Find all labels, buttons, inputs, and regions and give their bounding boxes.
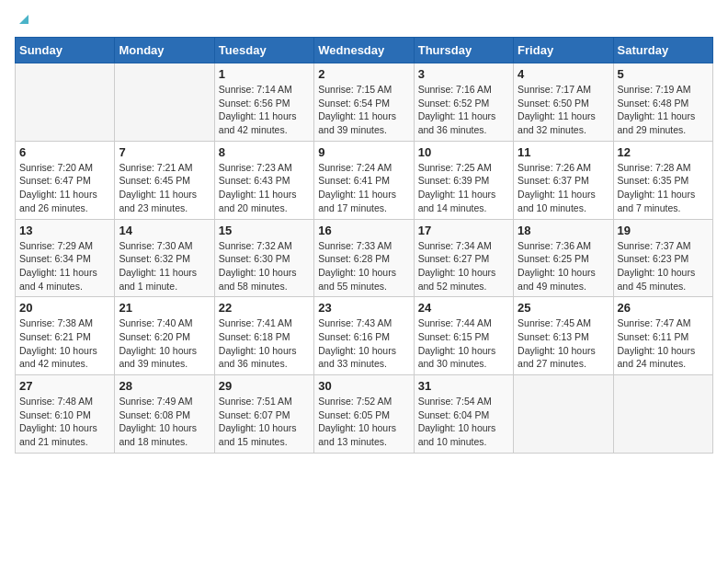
day-info: Sunrise: 7:33 AMSunset: 6:28 PMDaylight:… [318, 239, 409, 293]
calendar-table: SundayMondayTuesdayWednesdayThursdayFrid… [15, 37, 713, 454]
calendar-cell: 22Sunrise: 7:41 AMSunset: 6:18 PMDayligh… [214, 297, 313, 375]
day-number: 21 [119, 301, 210, 315]
day-info: Sunrise: 7:14 AMSunset: 6:56 PMDaylight:… [219, 83, 310, 137]
calendar-cell [613, 375, 712, 454]
day-info: Sunrise: 7:28 AMSunset: 6:35 PMDaylight:… [618, 161, 709, 215]
calendar-cell: 7Sunrise: 7:21 AMSunset: 6:45 PMDaylight… [115, 141, 214, 219]
day-info: Sunrise: 7:29 AMSunset: 6:34 PMDaylight:… [19, 239, 110, 293]
day-number: 23 [318, 301, 409, 315]
day-info: Sunrise: 7:48 AMSunset: 6:10 PMDaylight:… [19, 395, 110, 449]
calendar-cell: 1Sunrise: 7:14 AMSunset: 6:56 PMDaylight… [214, 63, 313, 142]
calendar-cell: 31Sunrise: 7:54 AMSunset: 6:04 PMDayligh… [414, 375, 513, 454]
day-number: 9 [318, 145, 409, 159]
day-number: 7 [119, 145, 210, 159]
day-number: 29 [219, 379, 310, 393]
day-number: 6 [19, 145, 110, 159]
day-info: Sunrise: 7:40 AMSunset: 6:20 PMDaylight:… [119, 316, 210, 371]
weekday-header: Sunday [16, 38, 115, 63]
logo-triangle-icon [16, 11, 30, 26]
day-info: Sunrise: 7:30 AMSunset: 6:32 PMDaylight:… [119, 239, 210, 293]
day-number: 26 [618, 301, 709, 315]
day-info: Sunrise: 7:21 AMSunset: 6:45 PMDaylight:… [119, 161, 210, 215]
calendar-cell: 19Sunrise: 7:37 AMSunset: 6:23 PMDayligh… [613, 219, 712, 297]
calendar-cell: 8Sunrise: 7:23 AMSunset: 6:43 PMDaylight… [214, 141, 313, 219]
calendar-cell: 18Sunrise: 7:36 AMSunset: 6:25 PMDayligh… [514, 219, 613, 297]
calendar-cell: 6Sunrise: 7:20 AMSunset: 6:47 PMDaylight… [16, 141, 115, 219]
calendar-cell: 27Sunrise: 7:48 AMSunset: 6:10 PMDayligh… [16, 375, 115, 454]
day-info: Sunrise: 7:54 AMSunset: 6:04 PMDaylight:… [418, 395, 509, 449]
day-number: 11 [518, 145, 609, 159]
calendar-cell: 24Sunrise: 7:44 AMSunset: 6:15 PMDayligh… [414, 297, 513, 375]
calendar-cell: 13Sunrise: 7:29 AMSunset: 6:34 PMDayligh… [16, 219, 115, 297]
calendar-cell: 16Sunrise: 7:33 AMSunset: 6:28 PMDayligh… [314, 219, 414, 297]
calendar-cell: 3Sunrise: 7:16 AMSunset: 6:52 PMDaylight… [414, 63, 513, 142]
calendar-cell [16, 63, 115, 142]
calendar-cell: 2Sunrise: 7:15 AMSunset: 6:54 PMDaylight… [314, 63, 414, 142]
day-info: Sunrise: 7:49 AMSunset: 6:08 PMDaylight:… [119, 395, 210, 449]
calendar-cell: 15Sunrise: 7:32 AMSunset: 6:30 PMDayligh… [214, 219, 313, 297]
day-info: Sunrise: 7:16 AMSunset: 6:52 PMDaylight:… [418, 83, 509, 137]
calendar-cell: 28Sunrise: 7:49 AMSunset: 6:08 PMDayligh… [115, 375, 214, 454]
calendar-cell: 23Sunrise: 7:43 AMSunset: 6:16 PMDayligh… [314, 297, 414, 375]
svg-marker-0 [19, 15, 28, 24]
calendar-cell [115, 63, 214, 142]
calendar-cell: 21Sunrise: 7:40 AMSunset: 6:20 PMDayligh… [115, 297, 214, 375]
day-number: 5 [618, 67, 709, 81]
day-number: 31 [418, 379, 509, 393]
day-info: Sunrise: 7:19 AMSunset: 6:48 PMDaylight:… [618, 83, 709, 137]
logo [15, 15, 30, 26]
day-info: Sunrise: 7:15 AMSunset: 6:54 PMDaylight:… [318, 83, 409, 137]
calendar-cell: 25Sunrise: 7:45 AMSunset: 6:13 PMDayligh… [514, 297, 613, 375]
day-info: Sunrise: 7:47 AMSunset: 6:11 PMDaylight:… [618, 316, 709, 371]
day-number: 13 [19, 224, 110, 237]
day-number: 12 [618, 145, 709, 159]
calendar-cell: 10Sunrise: 7:25 AMSunset: 6:39 PMDayligh… [414, 141, 513, 219]
day-number: 15 [219, 224, 310, 237]
day-info: Sunrise: 7:24 AMSunset: 6:41 PMDaylight:… [318, 161, 409, 215]
day-info: Sunrise: 7:45 AMSunset: 6:13 PMDaylight:… [518, 316, 609, 371]
day-info: Sunrise: 7:25 AMSunset: 6:39 PMDaylight:… [418, 161, 509, 215]
day-number: 1 [219, 67, 310, 81]
weekday-header: Wednesday [314, 38, 414, 63]
day-info: Sunrise: 7:37 AMSunset: 6:23 PMDaylight:… [618, 239, 709, 293]
weekday-header: Saturday [613, 38, 712, 63]
day-number: 2 [318, 67, 409, 81]
calendar-cell: 17Sunrise: 7:34 AMSunset: 6:27 PMDayligh… [414, 219, 513, 297]
day-number: 22 [219, 301, 310, 315]
day-number: 10 [418, 145, 509, 159]
day-info: Sunrise: 7:32 AMSunset: 6:30 PMDaylight:… [219, 239, 310, 293]
day-info: Sunrise: 7:52 AMSunset: 6:05 PMDaylight:… [318, 395, 409, 449]
day-info: Sunrise: 7:23 AMSunset: 6:43 PMDaylight:… [219, 161, 310, 215]
day-number: 3 [418, 67, 509, 81]
calendar-cell: 14Sunrise: 7:30 AMSunset: 6:32 PMDayligh… [115, 219, 214, 297]
weekday-header: Friday [514, 38, 613, 63]
day-info: Sunrise: 7:36 AMSunset: 6:25 PMDaylight:… [518, 239, 609, 293]
day-number: 18 [518, 224, 609, 237]
day-info: Sunrise: 7:44 AMSunset: 6:15 PMDaylight:… [418, 316, 509, 371]
day-info: Sunrise: 7:34 AMSunset: 6:27 PMDaylight:… [418, 239, 509, 293]
weekday-header: Tuesday [214, 38, 313, 63]
calendar-body: 1Sunrise: 7:14 AMSunset: 6:56 PMDaylight… [16, 63, 713, 454]
day-number: 4 [518, 67, 609, 81]
day-info: Sunrise: 7:26 AMSunset: 6:37 PMDaylight:… [518, 161, 609, 215]
day-number: 19 [618, 224, 709, 237]
day-number: 24 [418, 301, 509, 315]
day-number: 27 [19, 379, 110, 393]
calendar-cell: 26Sunrise: 7:47 AMSunset: 6:11 PMDayligh… [613, 297, 712, 375]
calendar-cell: 29Sunrise: 7:51 AMSunset: 6:07 PMDayligh… [214, 375, 313, 454]
calendar-cell: 12Sunrise: 7:28 AMSunset: 6:35 PMDayligh… [613, 141, 712, 219]
calendar-cell: 20Sunrise: 7:38 AMSunset: 6:21 PMDayligh… [16, 297, 115, 375]
day-info: Sunrise: 7:43 AMSunset: 6:16 PMDaylight:… [318, 316, 409, 371]
weekday-header: Thursday [414, 38, 513, 63]
day-info: Sunrise: 7:20 AMSunset: 6:47 PMDaylight:… [19, 161, 110, 215]
day-info: Sunrise: 7:41 AMSunset: 6:18 PMDaylight:… [219, 316, 310, 371]
page-header [15, 15, 713, 26]
day-number: 16 [318, 224, 409, 237]
day-number: 30 [318, 379, 409, 393]
day-info: Sunrise: 7:17 AMSunset: 6:50 PMDaylight:… [518, 83, 609, 137]
day-info: Sunrise: 7:51 AMSunset: 6:07 PMDaylight:… [219, 395, 310, 449]
calendar-cell: 11Sunrise: 7:26 AMSunset: 6:37 PMDayligh… [514, 141, 613, 219]
calendar-cell: 9Sunrise: 7:24 AMSunset: 6:41 PMDaylight… [314, 141, 414, 219]
day-number: 8 [219, 145, 310, 159]
day-info: Sunrise: 7:38 AMSunset: 6:21 PMDaylight:… [19, 316, 110, 371]
